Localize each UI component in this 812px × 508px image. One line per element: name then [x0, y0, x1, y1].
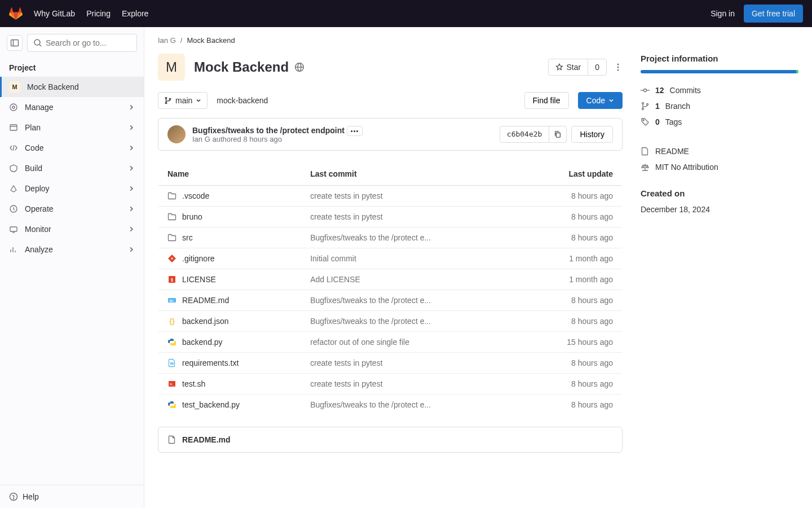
chevron-right-icon	[128, 124, 135, 131]
svg-point-5	[12, 106, 15, 108]
row-time: 8 hours ago	[520, 374, 623, 395]
row-time: 15 hours ago	[520, 332, 623, 353]
code-button[interactable]: Code	[578, 92, 623, 109]
row-commit[interactable]: Bugfixes/tweaks to the /protect e...	[301, 290, 520, 311]
sidebar-item-code[interactable]: Code	[0, 138, 144, 158]
svg-text:M↓: M↓	[170, 299, 174, 303]
row-commit[interactable]: Bugfixes/tweaks to the /protect e...	[301, 395, 520, 415]
row-commit[interactable]: Bugfixes/tweaks to the /protect e...	[301, 311, 520, 332]
file-type-icon	[167, 358, 176, 367]
panel-icon	[10, 38, 19, 47]
svg-text:>_: >_	[170, 382, 174, 386]
history-button[interactable]: History	[571, 126, 613, 143]
row-time: 8 hours ago	[520, 207, 623, 227]
row-commit[interactable]: create tests in pytest	[301, 207, 520, 227]
svg-point-40	[642, 108, 644, 110]
gitlab-logo[interactable]	[9, 7, 23, 20]
row-commit[interactable]: Add LICENSE	[301, 269, 520, 290]
nav-why[interactable]: Why GitLab	[34, 9, 75, 18]
commits-link[interactable]: 12Commits	[641, 82, 798, 98]
sidebar-item-manage[interactable]: Manage	[0, 97, 144, 117]
svg-rect-25	[557, 133, 561, 137]
table-row[interactable]: test_backend.pyBugfixes/tweaks to the /p…	[158, 395, 623, 415]
sidebar-item-build[interactable]: Build	[0, 158, 144, 178]
row-time: 8 hours ago	[520, 353, 623, 374]
readme-link[interactable]: README	[641, 143, 798, 159]
th-name: Name	[158, 163, 302, 186]
row-commit[interactable]: Bugfixes/tweaks to the /protect e...	[301, 227, 520, 248]
nav-icon	[9, 164, 18, 173]
nav-pricing[interactable]: Pricing	[86, 9, 111, 18]
chevron-right-icon	[128, 104, 135, 111]
svg-point-23	[165, 102, 167, 104]
nav-icon	[9, 103, 18, 112]
more-actions-button[interactable]	[614, 63, 623, 72]
table-row[interactable]: requirements.txtcreate tests in pytest8 …	[158, 353, 623, 374]
chevron-right-icon	[128, 165, 135, 172]
file-type-icon	[167, 254, 176, 263]
file-type-icon: §	[167, 275, 176, 284]
branch-icon	[164, 97, 172, 104]
table-row[interactable]: srcBugfixes/tweaks to the /protect e...8…	[158, 227, 623, 248]
row-time: 8 hours ago	[520, 227, 623, 248]
table-row[interactable]: brunocreate tests in pytest8 hours ago	[158, 207, 623, 227]
sidebar-item-monitor[interactable]: Monitor	[0, 219, 144, 239]
license-link[interactable]: MIT No Attribution	[641, 159, 798, 175]
commit-author[interactable]: Ian G	[192, 135, 210, 143]
commit-time: 8 hours ago	[243, 135, 282, 143]
row-time: 8 hours ago	[520, 186, 623, 207]
row-time: 1 month ago	[520, 248, 623, 269]
signin-link[interactable]: Sign in	[710, 9, 735, 18]
sidebar-item-deploy[interactable]: Deploy	[0, 178, 144, 199]
row-time: 8 hours ago	[520, 311, 623, 332]
help-icon	[9, 492, 18, 501]
search-input[interactable]: Search or go to...	[27, 34, 137, 52]
avatar[interactable]	[167, 125, 186, 143]
sidebar-item-project[interactable]: MMock Backend	[0, 77, 144, 97]
commit-more-button[interactable]: •••	[347, 126, 363, 136]
collapse-sidebar-button[interactable]	[7, 35, 23, 51]
find-file-button[interactable]: Find file	[524, 92, 569, 109]
table-row[interactable]: M↓README.mdBugfixes/tweaks to the /prote…	[158, 290, 623, 311]
nav-explore[interactable]: Explore	[122, 9, 148, 18]
sidebar-item-analyze[interactable]: Analyze	[0, 239, 144, 260]
branch-selector[interactable]: main	[158, 92, 208, 109]
project-path[interactable]: mock-backend	[217, 96, 268, 105]
table-row[interactable]: .gitignoreInitial commit1 month ago	[158, 248, 623, 269]
table-row[interactable]: {}backend.jsonBugfixes/tweaks to the /pr…	[158, 311, 623, 332]
row-commit[interactable]: create tests in pytest	[301, 353, 520, 374]
star-button[interactable]: Star 0	[548, 59, 607, 76]
table-row[interactable]: .vscodecreate tests in pytest8 hours ago	[158, 186, 623, 207]
tags-link[interactable]: 0Tags	[641, 114, 798, 130]
star-count[interactable]: 0	[588, 59, 606, 75]
table-row[interactable]: >_test.shcreate tests in pytest8 hours a…	[158, 374, 623, 395]
help-link[interactable]: Help	[0, 485, 144, 508]
svg-line-3	[39, 45, 41, 46]
breadcrumb-owner[interactable]: Ian G	[158, 36, 176, 45]
tag-icon	[641, 117, 650, 126]
file-icon	[641, 147, 650, 156]
table-row[interactable]: backend.pyrefactor out of one single fil…	[158, 332, 623, 353]
commit-sha[interactable]: c6b04e2b	[500, 126, 549, 142]
svg-rect-0	[11, 40, 19, 46]
table-row[interactable]: §LICENSEAdd LICENSE1 month ago	[158, 269, 623, 290]
sidebar-item-plan[interactable]: Plan	[0, 117, 144, 138]
language-bar[interactable]	[641, 70, 798, 73]
branches-link[interactable]: 1Branch	[641, 98, 798, 114]
row-commit[interactable]: Initial commit	[301, 248, 520, 269]
row-commit[interactable]: create tests in pytest	[301, 374, 520, 395]
commit-message[interactable]: Bugfixes/tweaks to the /protect endpoint	[192, 126, 345, 135]
svg-point-24	[169, 98, 171, 100]
row-commit[interactable]: refactor out of one single file	[301, 332, 520, 353]
sidebar-item-operate[interactable]: Operate	[0, 199, 144, 219]
commit-icon	[641, 86, 650, 95]
readme-title: README.md	[182, 435, 231, 444]
file-icon	[167, 435, 176, 444]
free-trial-button[interactable]: Get free trial	[744, 5, 803, 23]
chevron-right-icon	[128, 185, 135, 192]
copy-sha-button[interactable]	[549, 126, 566, 142]
breadcrumb-project[interactable]: Mock Backend	[187, 36, 235, 45]
row-commit[interactable]: create tests in pytest	[301, 186, 520, 207]
last-commit-panel: Bugfixes/tweaks to the /protect endpoint…	[158, 118, 623, 151]
row-time: 1 month ago	[520, 269, 623, 290]
